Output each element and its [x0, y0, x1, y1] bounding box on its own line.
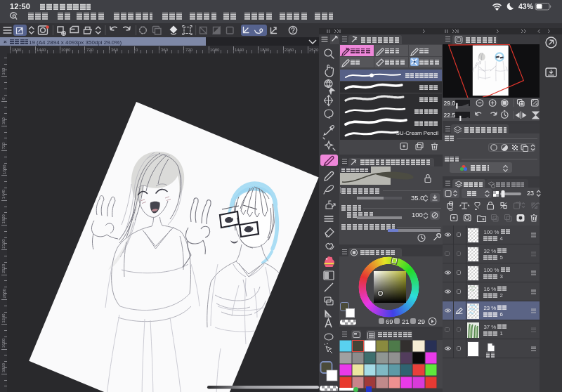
svg-text:2880: 2880	[2, 288, 6, 298]
svg-text:0: 0	[136, 48, 138, 52]
svg-text:720: 720	[185, 48, 193, 52]
svg-text:720: 720	[2, 142, 6, 150]
svg-text:3960: 3960	[2, 362, 6, 372]
svg-text:1800: 1800	[12, 48, 22, 52]
svg-text:3600: 3600	[2, 338, 6, 348]
svg-text:1440: 1440	[235, 48, 244, 52]
svg-text:2520: 2520	[2, 263, 6, 273]
svg-text:1080: 1080	[61, 48, 71, 52]
svg-text:1440: 1440	[37, 48, 46, 52]
svg-text:360: 360	[161, 48, 169, 52]
svg-text:2160: 2160	[2, 239, 6, 249]
svg-text:360: 360	[2, 117, 6, 125]
svg-text:1800: 1800	[2, 214, 6, 223]
svg-text:1080: 1080	[2, 164, 6, 174]
svg-text:360: 360	[111, 48, 119, 52]
svg-text:0: 0	[2, 97, 6, 100]
svg-text:1440: 1440	[2, 189, 6, 199]
svg-text:360: 360	[2, 67, 6, 75]
svg-text:2520: 2520	[309, 48, 319, 52]
svg-text:720: 720	[86, 48, 94, 52]
svg-text:2160: 2160	[285, 48, 294, 52]
svg-text:1080: 1080	[210, 48, 220, 52]
svg-text:3240: 3240	[2, 313, 6, 323]
svg-text:1800: 1800	[260, 48, 270, 52]
svg-text:43%: 43%	[518, 2, 534, 11]
